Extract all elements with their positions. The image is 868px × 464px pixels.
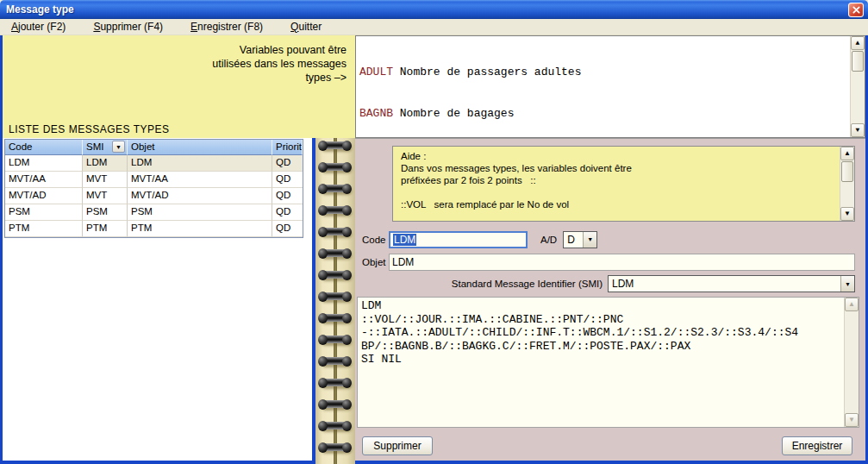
- message-body-editor[interactable]: LDM ::VOL/::JOUR.::IMA.::CABINE.::PNT/::…: [357, 297, 859, 428]
- code-input[interactable]: LDM: [389, 231, 528, 248]
- spiral-ring-icon: [320, 400, 350, 408]
- spiral-ring-icon: [320, 335, 350, 343]
- variable-line: ADULT Nombre de passagers adultes: [359, 66, 847, 79]
- header-code[interactable]: Code: [5, 140, 83, 155]
- menu-bar: Ajouter (F2) Supprimer (F4) Enregistrer …: [0, 19, 868, 35]
- help-text: Aide : Dans vos messages types, les vari…: [393, 147, 854, 210]
- variable-line: BAGNB Nombre de bagages: [359, 107, 847, 121]
- left-bottom: Code SMI ▼ Objet Priorité LDM LDM LDM QD: [3, 138, 355, 464]
- header-smi[interactable]: SMI ▼: [83, 140, 128, 155]
- delete-button[interactable]: Supprimer: [362, 436, 433, 455]
- arrow-down-icon: ▼: [856, 127, 860, 134]
- smi-label: Standard Message Identifier (SMI): [355, 279, 608, 289]
- message-scrollbar[interactable]: ▲ ▼: [844, 298, 859, 427]
- variables-scrollbar[interactable]: ▲ ▼: [850, 36, 865, 137]
- editor-panel: Aide : Dans vos messages types, les vari…: [355, 138, 865, 464]
- help-box: Aide : Dans vos messages types, les vari…: [392, 146, 855, 222]
- help-scrollbar[interactable]: ▲ ▼: [840, 147, 854, 221]
- spiral-ring-icon: [320, 185, 350, 192]
- smi-row: Standard Message Identifier (SMI) LDM ▼: [355, 275, 855, 292]
- dropdown-button[interactable]: ▼: [840, 276, 854, 292]
- scroll-up-button[interactable]: ▲: [851, 36, 865, 50]
- spiral-ring-icon: [320, 292, 350, 300]
- variables-hint-panel: Variables pouvant être utilisées dans le…: [3, 35, 355, 138]
- header-priorite[interactable]: Priorité: [272, 140, 303, 155]
- arrow-up-icon: ▲: [844, 150, 851, 157]
- scrollbar-track[interactable]: [840, 183, 854, 207]
- table-header-row: Code SMI ▼ Objet Priorité: [5, 140, 303, 155]
- variables-list[interactable]: ADULT Nombre de passagers adultes BAGNB …: [355, 35, 865, 138]
- menu-item-supprimer[interactable]: Supprimer (F4): [85, 20, 171, 34]
- chevron-down-icon: ▼: [845, 281, 851, 287]
- objet-row: Objet LDM: [362, 254, 855, 271]
- table-row[interactable]: MVT/AA MVT MVT/AA QD: [5, 172, 303, 188]
- spiral-binding: [315, 138, 355, 464]
- title-bar: Message type: [0, 0, 868, 19]
- objet-input[interactable]: LDM: [389, 254, 855, 271]
- chevron-down-icon: ▼: [116, 144, 122, 150]
- window-title: Message type: [6, 3, 848, 16]
- spiral-ring-icon: [320, 228, 350, 235]
- objet-label: Objet: [362, 257, 389, 267]
- spiral-ring-icon: [320, 163, 350, 171]
- messages-list-title: LISTE DES MESSAGES TYPES: [9, 123, 170, 135]
- messages-table: Code SMI ▼ Objet Priorité LDM LDM LDM QD: [4, 139, 303, 238]
- action-buttons: Supprimer Enregistrer: [355, 436, 865, 455]
- spiral-ring-icon: [320, 379, 350, 386]
- spiral-ring-icon: [320, 271, 350, 279]
- arrow-up-icon: ▲: [856, 40, 860, 47]
- left-zone: Variables pouvant être utilisées dans le…: [3, 35, 355, 464]
- arrow-up-icon: ▲: [848, 301, 855, 308]
- spiral-ring-icon: [320, 357, 350, 365]
- menu-item-enregistrer[interactable]: Enregistrer (F8): [183, 20, 271, 34]
- menu-item-ajouter[interactable]: Ajouter (F2): [3, 20, 73, 34]
- scrollbar-thumb[interactable]: [841, 161, 853, 182]
- header-objet[interactable]: Objet: [128, 140, 272, 155]
- spiral-ring-icon: [320, 314, 350, 322]
- chevron-down-icon: ▼: [587, 236, 593, 242]
- code-row: Code LDM A/D D ▼: [362, 230, 865, 248]
- table-row[interactable]: LDM LDM LDM QD: [5, 155, 303, 172]
- spiral-ring-icon: [320, 141, 350, 149]
- scrollbar-thumb[interactable]: [852, 51, 864, 72]
- variables-list-content: ADULT Nombre de passagers adultes BAGNB …: [356, 36, 865, 138]
- right-zone: ADULT Nombre de passagers adultes BAGNB …: [355, 35, 865, 464]
- table-row[interactable]: PSM PSM PSM QD: [5, 204, 303, 221]
- menu-item-quitter[interactable]: Quitter: [283, 20, 329, 34]
- message-body-text: LDM ::VOL/::JOUR.::IMA.::CABINE.::PNT/::…: [358, 298, 859, 367]
- spiral-ring-icon: [320, 443, 350, 451]
- scroll-up-button[interactable]: ▲: [845, 298, 859, 311]
- arrow-down-icon: ▼: [844, 210, 851, 217]
- scroll-up-button[interactable]: ▲: [840, 147, 854, 160]
- window-content: Variables pouvant être utilisées dans le…: [0, 35, 868, 464]
- messages-list-panel: Code SMI ▼ Objet Priorité LDM LDM LDM QD: [3, 138, 312, 464]
- spiral-ring-icon: [320, 249, 350, 257]
- close-button[interactable]: [848, 3, 864, 17]
- table-row[interactable]: PTM PTM PTM QD: [5, 221, 303, 237]
- save-button[interactable]: Enregistrer: [782, 436, 852, 455]
- scrollbar-track[interactable]: [845, 311, 859, 413]
- variables-hint-text: Variables pouvant être utilisées dans le…: [212, 43, 347, 85]
- scroll-down-button[interactable]: ▼: [840, 207, 854, 221]
- smi-filter-button[interactable]: ▼: [112, 141, 125, 153]
- message-type-window: Message type Ajouter (F2) Supprimer (F4)…: [0, 0, 868, 464]
- ad-select[interactable]: D ▼: [563, 231, 597, 248]
- spiral-ring-icon: [320, 206, 350, 214]
- arrow-down-icon: ▼: [848, 417, 855, 423]
- spiral-ring-icon: [320, 422, 350, 430]
- scroll-down-button[interactable]: ▼: [845, 413, 859, 427]
- close-icon: [852, 6, 860, 14]
- dropdown-button[interactable]: ▼: [583, 232, 596, 248]
- ad-label: A/D: [540, 235, 557, 245]
- scroll-down-button[interactable]: ▼: [851, 123, 865, 137]
- code-label: Code: [362, 235, 389, 245]
- selected-text: LDM: [393, 234, 416, 246]
- smi-select[interactable]: LDM ▼: [608, 275, 855, 292]
- scrollbar-track[interactable]: [851, 72, 865, 123]
- table-row[interactable]: MVT/AD MVT MVT/AD QD: [5, 188, 303, 204]
